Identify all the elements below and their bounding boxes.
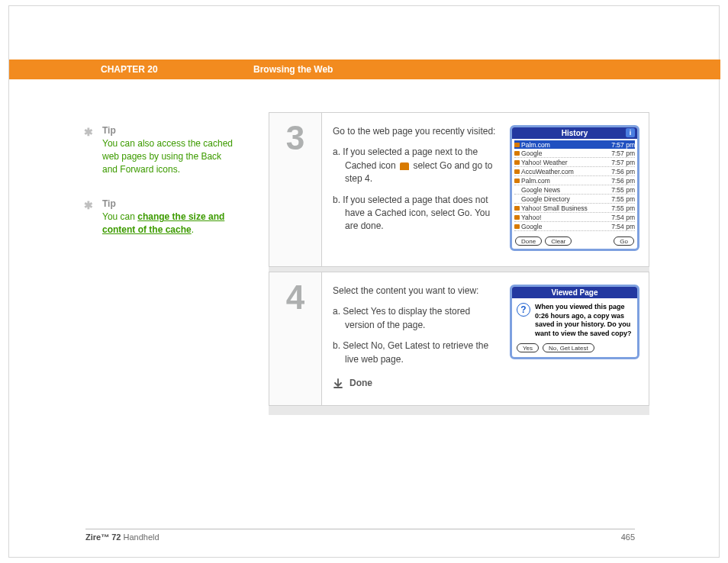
- step-body: Go to the web page you recently visited:…: [322, 112, 649, 267]
- history-site: Google News: [521, 186, 560, 194]
- history-time: 7:56 pm: [611, 177, 635, 185]
- history-site: Palm.com: [521, 141, 550, 149]
- history-site: Yahoo! Weather: [521, 159, 568, 166]
- cached-icon: [400, 162, 409, 170]
- step-text: Go to the web page you recently visited:…: [333, 125, 501, 251]
- tip-body: You can change the size and content of t…: [102, 211, 237, 236]
- history-time: 7:54 pm: [611, 223, 635, 230]
- history-list: Palm.com7:57 pmGoogle7:57 pmYahoo! Weath…: [512, 139, 637, 234]
- step-sub-b: b. If you selected a page that does not …: [333, 194, 501, 233]
- download-arrow-icon: [333, 378, 343, 389]
- cached-icon: [514, 215, 520, 220]
- sidebar-tips: ✱ Tip You can also access the cached web…: [84, 125, 237, 259]
- product-bold: Zire™ 72: [85, 532, 121, 542]
- history-row[interactable]: Google7:54 pm: [514, 222, 635, 231]
- history-time: 7:54 pm: [611, 214, 635, 221]
- info-icon[interactable]: i: [626, 128, 635, 137]
- history-site: AccuWeather.com: [521, 168, 574, 175]
- history-site: Yahoo!: [521, 214, 541, 221]
- cached-icon: [514, 197, 520, 201]
- asterisk-icon: ✱: [84, 199, 93, 211]
- screenshot-history: History i Palm.com7:57 pmGoogle7:57 pmYa…: [510, 125, 639, 251]
- history-site: Google Directory: [521, 195, 570, 203]
- history-time: 7:55 pm: [611, 186, 635, 194]
- step-intro: Go to the web page you recently visited:: [333, 125, 501, 138]
- step-sub-a: a. If you selected a page next to the Ca…: [333, 146, 501, 185]
- palm-dialog: Viewed Page ? When you viewed this page …: [510, 285, 639, 359]
- done-indicator: Done: [333, 377, 501, 390]
- cached-icon: [514, 206, 520, 211]
- step-sub-a: a. Select Yes to display the stored vers…: [333, 305, 501, 332]
- step-sub-b: b. Select No, Get Latest to retrieve the…: [333, 339, 501, 366]
- step-intro: Select the content you want to view:: [333, 285, 501, 298]
- product-name: Zire™ 72 Handheld: [85, 532, 159, 542]
- step-text: Select the content you want to view: a. …: [333, 285, 501, 390]
- tip-block: ✱ Tip You can also access the cached web…: [84, 125, 237, 175]
- history-site: Palm.com: [521, 177, 550, 185]
- step-row: 3 Go to the web page you recently visite…: [269, 112, 649, 267]
- step-number: 4: [269, 272, 322, 406]
- cached-icon: [514, 188, 520, 192]
- tip-text: You can: [102, 211, 137, 222]
- history-time: 7:57 pm: [611, 150, 635, 157]
- history-row[interactable]: AccuWeather.com7:56 pm: [514, 167, 635, 176]
- tip-label: Tip: [102, 198, 237, 209]
- done-label: Done: [350, 377, 372, 390]
- cached-icon: [514, 224, 520, 229]
- history-row[interactable]: Google News7:55 pm: [514, 185, 635, 195]
- cached-icon: [514, 143, 520, 147]
- yes-button[interactable]: Yes: [517, 343, 539, 352]
- history-row[interactable]: Yahoo! Small Business7:55 pm: [514, 204, 635, 213]
- tip-text: .: [192, 224, 194, 235]
- page-frame: CHAPTER 20 Browsing the Web ✱ Tip You ca…: [8, 5, 720, 558]
- history-row[interactable]: Palm.com7:56 pm: [514, 176, 635, 185]
- asterisk-icon: ✱: [84, 126, 93, 138]
- history-site: Google: [521, 223, 542, 230]
- dialog-title-text: History: [562, 129, 588, 137]
- product-rest: Handheld: [121, 532, 159, 542]
- dialog-title: History i: [512, 127, 637, 139]
- history-row[interactable]: Google7:57 pm: [514, 149, 635, 158]
- dialog-button-row: Yes No, Get Latest: [512, 342, 637, 357]
- cached-icon: [514, 169, 520, 174]
- page-number: 465: [621, 532, 635, 542]
- dialog-body: ? When you viewed this page 0:26 hours a…: [512, 298, 637, 342]
- history-row[interactable]: Yahoo!7:54 pm: [514, 213, 635, 222]
- tip-body: You can also access the cached web pages…: [102, 137, 237, 175]
- chapter-title: Browsing the Web: [253, 64, 333, 75]
- history-time: 7:55 pm: [611, 195, 635, 203]
- main-steps: 3 Go to the web page you recently visite…: [269, 112, 649, 415]
- screenshot-viewed: Viewed Page ? When you viewed this page …: [510, 285, 639, 390]
- chapter-header: CHAPTER 20 Browsing the Web: [9, 60, 720, 79]
- history-time: 7:57 pm: [611, 159, 635, 166]
- history-row[interactable]: Palm.com7:57 pm: [514, 140, 635, 149]
- chapter-label: CHAPTER 20: [101, 64, 253, 75]
- step-row: 4 Select the content you want to view: a…: [269, 272, 649, 406]
- question-icon: ?: [517, 303, 530, 317]
- dialog-button-row: Done Clear Go: [512, 234, 637, 249]
- no-get-latest-button[interactable]: No, Get Latest: [543, 343, 594, 352]
- step-body: Select the content you want to view: a. …: [322, 272, 649, 406]
- go-button[interactable]: Go: [614, 236, 634, 246]
- history-row[interactable]: Yahoo! Weather7:57 pm: [514, 158, 635, 167]
- dialog-title-text: Viewed Page: [552, 288, 598, 297]
- tip-block: ✱ Tip You can change the size and conten…: [84, 198, 237, 236]
- step-number: 3: [269, 112, 322, 267]
- history-time: 7:57 pm: [611, 141, 635, 149]
- done-button[interactable]: Done: [515, 236, 542, 246]
- history-site: Google: [521, 150, 542, 157]
- cached-icon: [514, 151, 520, 156]
- tip-label: Tip: [102, 125, 237, 136]
- cached-icon: [514, 160, 520, 165]
- history-row[interactable]: Google Directory7:55 pm: [514, 195, 635, 204]
- page-footer: Zire™ 72 Handheld 465: [85, 529, 635, 542]
- dialog-title: Viewed Page: [512, 287, 637, 298]
- history-time: 7:56 pm: [611, 168, 635, 175]
- history-time: 7:55 pm: [611, 204, 635, 212]
- palm-dialog: History i Palm.com7:57 pmGoogle7:57 pmYa…: [510, 125, 639, 251]
- cached-icon: [514, 179, 520, 183]
- history-site: Yahoo! Small Business: [521, 204, 588, 212]
- dialog-message: When you viewed this page 0:26 hours ago…: [535, 303, 633, 339]
- clear-button[interactable]: Clear: [545, 236, 572, 246]
